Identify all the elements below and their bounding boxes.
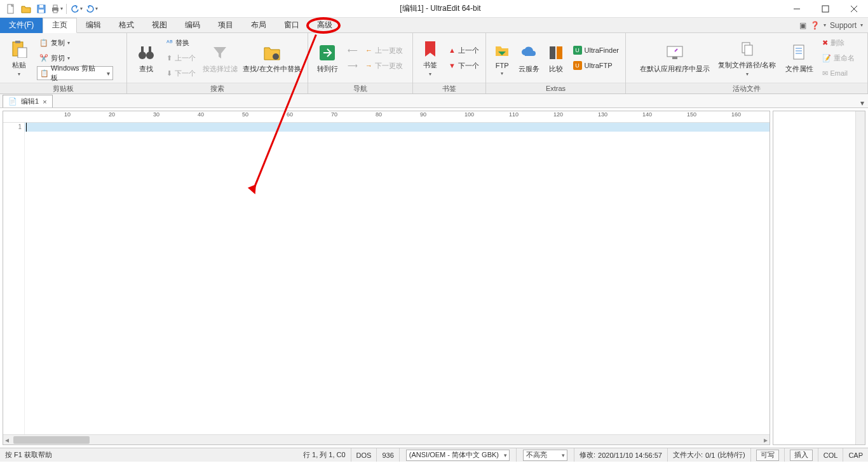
close-button[interactable] [839,0,868,18]
redo-button[interactable]: ▾ [85,2,98,16]
copy-button[interactable]: 📋复制 ▾ [37,36,113,50]
horizontal-scrollbar[interactable]: ◂▸ [3,434,770,444]
menu-tab-主页[interactable]: 主页 [43,18,77,33]
ruler-tick: 130 [598,111,607,122]
menu-tab-编辑[interactable]: 编辑 [77,18,110,33]
undo-button[interactable]: ▾ [69,2,83,16]
menu-tab-项目[interactable]: 项目 [209,18,242,33]
rename-file-button[interactable]: 📝重命名 [820,51,857,65]
ultrafinder-icon: U [573,46,582,55]
email-file-button[interactable]: ✉Email [820,66,857,80]
find-button[interactable]: 查找 [131,36,161,80]
find-in-files-button[interactable]: 查找/在文件中替换 [241,36,302,80]
bookmark-down-icon: ▼ [449,62,456,69]
status-col[interactable]: COL [818,448,844,462]
tab-overflow-button[interactable]: ▾ [857,99,868,107]
current-line-highlight [25,123,770,132]
cut-button[interactable]: ✂️剪切 ▾ [37,51,113,65]
bookmark-button[interactable]: 书签 ▾ [417,36,444,80]
minimize-button[interactable] [782,0,811,18]
status-filesize: 文件大小: 0/1 (比特/行) [668,448,751,462]
side-scrollbar-thumb[interactable] [857,113,864,125]
clipboard-group-title: 剪贴板 [0,83,126,93]
svg-rect-17 [149,46,151,53]
svg-rect-2 [39,5,43,8]
text-caret [26,123,27,132]
svg-rect-5 [53,5,57,8]
save-button[interactable] [34,2,48,16]
status-insert[interactable]: 插入 [785,448,818,462]
status-bar: 按 F1 获取帮助 行 1, 列 1, C0 DOS 936 (ANSI/OEM… [0,448,868,462]
bookmark-prev-button[interactable]: ▲上一个 [446,43,482,57]
ultrafinder-button[interactable]: UUltraFinder [571,43,621,57]
menu-tab-格式[interactable]: 格式 [110,18,143,33]
status-readwrite[interactable]: 可写 [751,448,785,462]
menu-tab-编码[interactable]: 编码 [176,18,209,33]
menu-tab-布局[interactable]: 布局 [242,18,275,33]
monitor-icon [665,43,685,63]
ribbon-group-search: 查找 ᴬᴮ替换 ⬆上一个 ⬇下一个 按选择过滤 查找/在文件中替换 搜索 [127,33,308,93]
copy-path-button[interactable]: 复制文件路径/名称 ▾ [715,36,779,80]
circle-left-icon: ⟵ [348,46,358,55]
maximize-button[interactable] [811,0,839,18]
document-tab[interactable]: 📄 编辑1 × [3,95,53,107]
new-file-button[interactable] [4,2,18,16]
find-prev-button[interactable]: ⬆上一个 [164,51,198,65]
text-editor[interactable] [25,123,770,434]
prev-change-button[interactable]: ←上一更改 [363,43,405,57]
scrollbar-thumb[interactable] [13,436,90,444]
help-icon[interactable]: ❓ [810,21,820,30]
copy-path-label: 复制文件路径/名称 [718,60,776,70]
ultraftp-icon: U [573,61,582,70]
ruler-tick: 10 [64,111,71,122]
menu-tabs: 文件(F) 主页编辑格式视图编码项目布局窗口高级 ▣ ❓ ▾ Support ▾ [0,18,868,33]
nav-back-button[interactable]: ⟵ [345,43,360,57]
compare-button[interactable]: 比较 [543,36,567,80]
ultraftp-button[interactable]: UUltraFTP [571,59,621,72]
open-default-label: 在默认应用程序中显示 [640,64,710,74]
down-arrow-icon: ⬇ [166,69,172,78]
ruler-tick: 160 [731,111,741,122]
ruler-tick: 100 [465,111,474,122]
cloud-button[interactable]: 云服务 [517,36,541,80]
open-default-button[interactable]: 在默认应用程序中显示 [637,36,713,80]
replace-button[interactable]: ᴬᴮ替换 [164,36,198,50]
status-line-ending[interactable]: DOS [351,448,377,462]
delete-file-button[interactable]: ✖删除 [820,36,857,50]
file-props-button[interactable]: 文件属性 [782,36,817,80]
open-file-button[interactable] [19,2,33,16]
paste-button[interactable]: 粘贴 ▾ [4,36,34,80]
menu-file[interactable]: 文件(F) [0,18,43,33]
find-in-files-label: 查找/在文件中替换 [243,64,301,74]
left-arrow-icon: ← [365,46,372,54]
goto-line-button[interactable]: 转到行 [312,36,342,80]
svg-rect-12 [15,41,20,43]
ruler-tick: 150 [687,111,696,122]
paste-icon [9,39,29,59]
status-help: 按 F1 获取帮助 [0,448,57,462]
cut-icon: ✂️ [39,54,48,62]
ftp-label: FTP [496,62,509,69]
collapse-ribbon-icon[interactable]: ▣ [799,21,806,30]
status-cap[interactable]: CAP [843,448,868,462]
svg-rect-25 [745,45,752,55]
clipboard-combo[interactable]: 📋Windows 剪贴板 [37,66,113,80]
encoding-dropdown[interactable]: (ANSI/OEM - 简体中文 GBK) [406,450,510,461]
ruler-tick: 60 [287,111,293,122]
ftp-button[interactable]: FTP ▾ [490,36,514,80]
menu-tab-高级[interactable]: 高级 [308,18,341,33]
close-tab-button[interactable]: × [43,98,46,106]
print-button[interactable]: ▾ [50,2,64,16]
filter-button[interactable]: 按选择过滤 [201,36,239,80]
nav-fwd-button[interactable]: ⟶ [345,59,360,72]
find-next-button[interactable]: ⬇下一个 [164,66,198,80]
up-arrow-icon: ⬆ [166,54,172,62]
bookmark-next-button[interactable]: ▼下一个 [446,59,482,72]
next-change-button[interactable]: →下一更改 [363,59,405,72]
highlight-dropdown[interactable]: 不高亮 [523,450,567,461]
title-bar: ▾ ▾ ▾ [编辑1] - UltraEdit 64-bit [0,0,868,18]
support-link[interactable]: Support [830,21,857,30]
menu-tab-视图[interactable]: 视图 [143,18,176,33]
menu-tab-窗口[interactable]: 窗口 [275,18,308,33]
cloud-label: 云服务 [519,64,539,74]
